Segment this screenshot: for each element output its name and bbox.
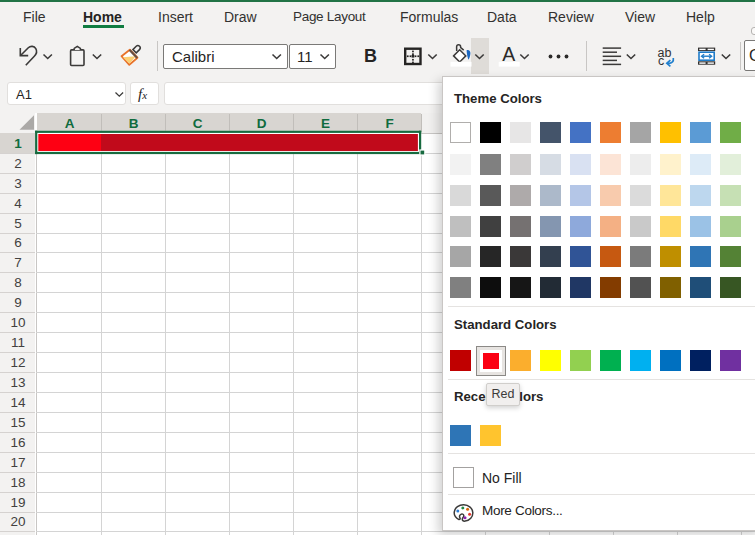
svg-text:8: 8 xyxy=(14,275,22,290)
svg-text:B: B xyxy=(129,116,139,131)
svg-text:5: 5 xyxy=(14,216,22,231)
svg-text:E: E xyxy=(321,116,330,131)
svg-text:14: 14 xyxy=(10,395,26,410)
svg-text:A: A xyxy=(502,43,515,65)
svg-text:15: 15 xyxy=(10,415,25,430)
svg-text:2: 2 xyxy=(14,156,22,171)
svg-text:10: 10 xyxy=(10,315,25,330)
svg-text:16: 16 xyxy=(10,435,25,450)
svg-text:20: 20 xyxy=(10,514,25,529)
svg-text:7: 7 xyxy=(14,255,22,270)
svg-text:6: 6 xyxy=(14,235,22,250)
svg-text:B: B xyxy=(364,46,377,66)
svg-text:1: 1 xyxy=(14,136,22,151)
svg-text:11: 11 xyxy=(11,335,25,350)
svg-text:13: 13 xyxy=(10,375,25,390)
svg-text:F: F xyxy=(385,116,393,131)
svg-text:19: 19 xyxy=(10,495,25,510)
svg-text:17: 17 xyxy=(10,455,25,470)
svg-text:18: 18 xyxy=(10,475,25,490)
svg-text:4: 4 xyxy=(14,196,22,211)
svg-text:c: c xyxy=(658,54,664,68)
svg-text:A: A xyxy=(65,116,75,131)
svg-text:C: C xyxy=(193,116,203,131)
svg-text:3: 3 xyxy=(14,176,22,191)
svg-text:12: 12 xyxy=(10,355,25,370)
svg-text:D: D xyxy=(257,116,267,131)
svg-text:9: 9 xyxy=(14,295,22,310)
